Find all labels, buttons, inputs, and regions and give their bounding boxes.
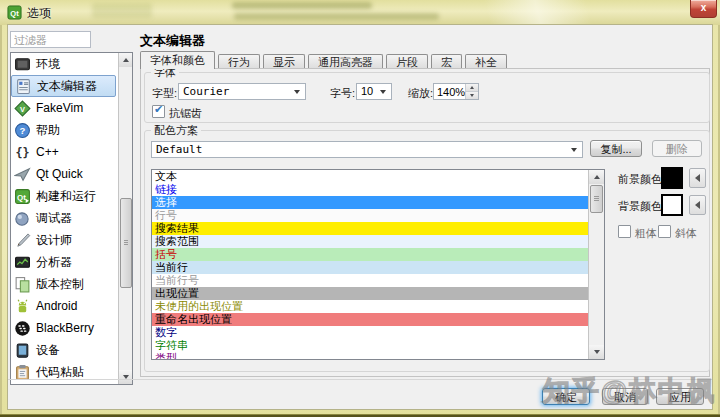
color-item-row[interactable]: 未使用的出现位置	[152, 300, 604, 313]
sidebar-item-label: 构建和运行	[36, 188, 96, 205]
delete-scheme-button[interactable]: 删除	[652, 140, 702, 157]
sidebar-item[interactable]: Qt Quick	[11, 163, 116, 185]
font-family-combobox[interactable]: Courier	[178, 83, 306, 100]
arrow-left-icon	[695, 174, 700, 182]
background-color-picker-button[interactable]	[689, 195, 706, 215]
sidebar-item-label: 设备	[36, 342, 60, 359]
foreground-color-swatch[interactable]	[661, 167, 683, 189]
page-title: 文本编辑器	[140, 32, 205, 50]
fakevim-icon: V	[14, 100, 31, 117]
sidebar-item[interactable]: 设计师	[11, 229, 116, 251]
font-size-label: 字号:	[330, 86, 355, 101]
sidebar-item-label: BlackBerry	[36, 321, 94, 335]
glass-reflection	[92, 3, 152, 18]
scrollbar-thumb[interactable]	[590, 185, 603, 213]
sidebar-item[interactable]: 设备	[11, 339, 116, 361]
tab[interactable]: 行为	[218, 54, 260, 69]
sidebar-item[interactable]: 版本控制	[11, 273, 116, 295]
build-run-icon: Qt	[14, 188, 31, 205]
help-icon: ?	[14, 122, 31, 139]
color-item-row[interactable]: 类型	[152, 352, 604, 360]
chevron-down-icon	[380, 90, 386, 94]
sidebar-scrollbar[interactable]	[118, 53, 133, 384]
font-group: 字体 字型: Courier 字号: 10 缩放: 140% 抗锯齿	[144, 72, 710, 123]
svg-text:Qt: Qt	[17, 193, 26, 202]
sidebar-item[interactable]: V FakeVim	[11, 97, 116, 119]
tab[interactable]: 片段	[386, 54, 428, 69]
list-scrollbar[interactable]	[588, 170, 604, 359]
sidebar-item[interactable]: 环境	[11, 53, 116, 75]
color-item-row[interactable]: 行号	[152, 209, 604, 222]
watermark: 知乎@林中枫	[543, 373, 716, 409]
color-item-row[interactable]: 字符串	[152, 339, 604, 352]
close-button[interactable]: x	[690, 0, 717, 18]
sidebar-item[interactable]: {} C++	[11, 141, 116, 163]
scheme-combobox[interactable]: Default	[151, 141, 583, 158]
sidebar-item[interactable]: 调试器	[11, 207, 116, 229]
tab[interactable]: 字体和颜色	[140, 51, 215, 69]
color-item-row[interactable]: 当前行	[152, 261, 604, 274]
color-item-row[interactable]: 搜索结果	[152, 222, 604, 235]
android-icon	[14, 298, 31, 315]
sidebar-item[interactable]: Android	[11, 295, 116, 317]
svg-text:{}: {}	[15, 145, 29, 159]
bold-checkbox[interactable]	[618, 225, 631, 238]
sidebar-item[interactable]: 分析器	[11, 251, 116, 273]
chevron-down-icon	[571, 148, 577, 152]
color-item-row[interactable]: 搜索范围	[152, 235, 604, 248]
font-size-combobox[interactable]: 10	[356, 83, 392, 100]
filter-input[interactable]	[10, 31, 91, 48]
scroll-down-icon[interactable]	[119, 370, 133, 384]
glass-shine	[468, 0, 608, 25]
sidebar-item-label: FakeVim	[36, 101, 83, 115]
spin-down-icon[interactable]	[466, 92, 478, 100]
glass-reflection	[232, 2, 372, 9]
tab[interactable]: 通用高亮器	[308, 54, 383, 69]
antialias-checkbox[interactable]	[152, 105, 165, 118]
svg-text:V: V	[20, 104, 25, 113]
scroll-down-icon[interactable]	[589, 345, 604, 359]
glass-reflection	[234, 13, 439, 20]
color-item-row[interactable]: 当前行号	[152, 274, 604, 287]
foreground-color-picker-button[interactable]	[689, 168, 706, 188]
color-item-row[interactable]: 出现位置	[152, 287, 604, 300]
scroll-up-icon[interactable]	[119, 53, 133, 67]
sidebar-item[interactable]: ? 帮助	[11, 119, 116, 141]
sidebar-item-label: 分析器	[36, 254, 72, 271]
sidebar-item-label: 帮助	[36, 122, 60, 139]
sidebar-item[interactable]: 文本编辑器	[11, 75, 116, 97]
sidebar-item-label: 版本控制	[36, 276, 84, 293]
sidebar-item[interactable]: Qt 构建和运行	[11, 185, 116, 207]
italic-checkbox[interactable]	[658, 225, 671, 238]
sidebar-item[interactable]: BlackBerry	[11, 317, 116, 339]
sidebar-item-label: Qt Quick	[36, 167, 83, 181]
designer-icon	[14, 232, 31, 249]
scroll-up-icon[interactable]	[589, 170, 604, 184]
foreground-color-label: 前景颜色:	[618, 172, 665, 187]
blackberry-icon	[14, 320, 31, 337]
color-item-row[interactable]: 文本	[152, 170, 604, 183]
analyzer-icon	[14, 254, 31, 271]
qt-creator-icon: Qt	[7, 5, 22, 20]
sidebar-item-label: 设计师	[36, 232, 72, 249]
color-item-list: 文本链接选择行号搜索结果搜索范围括号当前行当前行号出现位置未使用的出现位置重命名…	[151, 169, 605, 360]
color-item-row[interactable]: 链接	[152, 183, 604, 196]
tab[interactable]: 显示	[263, 54, 305, 69]
scrollbar-thumb[interactable]	[120, 198, 132, 288]
code-pasting-icon	[14, 364, 31, 381]
color-scheme-group: 配色方案 Default 复制... 删除 文本链接选择行号搜索结果搜索范围括号…	[144, 130, 710, 372]
copy-scheme-button[interactable]: 复制...	[590, 140, 642, 157]
color-item-row[interactable]: 选择	[152, 196, 604, 209]
background-color-swatch[interactable]	[661, 194, 683, 216]
tab[interactable]: 补全	[465, 54, 507, 69]
color-item-row[interactable]: 数字	[152, 326, 604, 339]
zoom-spinbox[interactable]: 140%	[433, 83, 479, 100]
sidebar-item-label: C++	[36, 145, 59, 159]
spin-up-icon[interactable]	[466, 84, 478, 92]
color-item-row[interactable]: 括号	[152, 248, 604, 261]
font-family-label: 字型:	[152, 86, 177, 101]
zoom-label: 缩放:	[408, 86, 433, 101]
tab[interactable]: 宏	[431, 54, 462, 69]
sidebar-item-label: 文本编辑器	[37, 78, 97, 95]
color-item-row[interactable]: 重命名出现位置	[152, 313, 604, 326]
